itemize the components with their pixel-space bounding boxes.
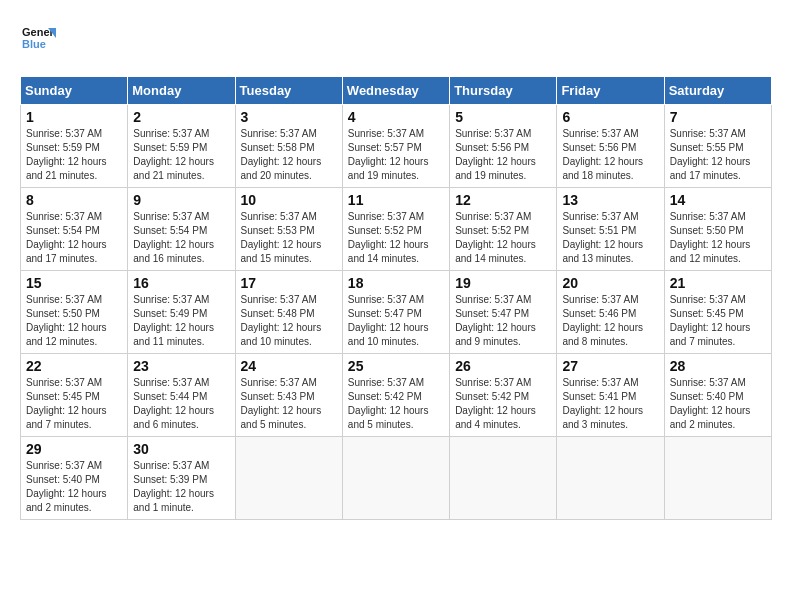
day-info: Sunrise: 5:37 AM Sunset: 5:59 PM Dayligh… <box>26 127 122 183</box>
day-info: Sunrise: 5:37 AM Sunset: 5:57 PM Dayligh… <box>348 127 444 183</box>
day-info: Sunrise: 5:37 AM Sunset: 5:44 PM Dayligh… <box>133 376 229 432</box>
calendar-day: 24Sunrise: 5:37 AM Sunset: 5:43 PM Dayli… <box>235 354 342 437</box>
day-info: Sunrise: 5:37 AM Sunset: 5:47 PM Dayligh… <box>455 293 551 349</box>
day-info: Sunrise: 5:37 AM Sunset: 5:42 PM Dayligh… <box>348 376 444 432</box>
day-number: 5 <box>455 109 551 125</box>
day-number: 2 <box>133 109 229 125</box>
day-info: Sunrise: 5:37 AM Sunset: 5:52 PM Dayligh… <box>348 210 444 266</box>
day-number: 30 <box>133 441 229 457</box>
weekday-header-friday: Friday <box>557 77 664 105</box>
calendar-day: 16Sunrise: 5:37 AM Sunset: 5:49 PM Dayli… <box>128 271 235 354</box>
day-info: Sunrise: 5:37 AM Sunset: 5:40 PM Dayligh… <box>670 376 766 432</box>
day-number: 25 <box>348 358 444 374</box>
calendar-day <box>235 437 342 520</box>
day-number: 10 <box>241 192 337 208</box>
calendar-day: 14Sunrise: 5:37 AM Sunset: 5:50 PM Dayli… <box>664 188 771 271</box>
calendar-day: 19Sunrise: 5:37 AM Sunset: 5:47 PM Dayli… <box>450 271 557 354</box>
calendar-day: 3Sunrise: 5:37 AM Sunset: 5:58 PM Daylig… <box>235 105 342 188</box>
calendar-day: 26Sunrise: 5:37 AM Sunset: 5:42 PM Dayli… <box>450 354 557 437</box>
calendar-week-1: 1Sunrise: 5:37 AM Sunset: 5:59 PM Daylig… <box>21 105 772 188</box>
day-info: Sunrise: 5:37 AM Sunset: 5:56 PM Dayligh… <box>562 127 658 183</box>
day-info: Sunrise: 5:37 AM Sunset: 5:46 PM Dayligh… <box>562 293 658 349</box>
calendar-day: 6Sunrise: 5:37 AM Sunset: 5:56 PM Daylig… <box>557 105 664 188</box>
day-info: Sunrise: 5:37 AM Sunset: 5:52 PM Dayligh… <box>455 210 551 266</box>
calendar-week-3: 15Sunrise: 5:37 AM Sunset: 5:50 PM Dayli… <box>21 271 772 354</box>
day-info: Sunrise: 5:37 AM Sunset: 5:47 PM Dayligh… <box>348 293 444 349</box>
day-number: 29 <box>26 441 122 457</box>
day-info: Sunrise: 5:37 AM Sunset: 5:42 PM Dayligh… <box>455 376 551 432</box>
weekday-header-saturday: Saturday <box>664 77 771 105</box>
svg-text:Blue: Blue <box>22 38 46 50</box>
day-info: Sunrise: 5:37 AM Sunset: 5:50 PM Dayligh… <box>670 210 766 266</box>
weekday-header-thursday: Thursday <box>450 77 557 105</box>
day-number: 26 <box>455 358 551 374</box>
calendar-day: 25Sunrise: 5:37 AM Sunset: 5:42 PM Dayli… <box>342 354 449 437</box>
day-number: 11 <box>348 192 444 208</box>
day-info: Sunrise: 5:37 AM Sunset: 5:58 PM Dayligh… <box>241 127 337 183</box>
weekday-header-sunday: Sunday <box>21 77 128 105</box>
calendar-day: 10Sunrise: 5:37 AM Sunset: 5:53 PM Dayli… <box>235 188 342 271</box>
calendar-week-2: 8Sunrise: 5:37 AM Sunset: 5:54 PM Daylig… <box>21 188 772 271</box>
page-header: General Blue <box>20 20 772 66</box>
day-number: 22 <box>26 358 122 374</box>
day-number: 16 <box>133 275 229 291</box>
weekday-header-row: SundayMondayTuesdayWednesdayThursdayFrid… <box>21 77 772 105</box>
day-info: Sunrise: 5:37 AM Sunset: 5:50 PM Dayligh… <box>26 293 122 349</box>
general-blue-icon: General Blue <box>20 20 56 56</box>
day-info: Sunrise: 5:37 AM Sunset: 5:45 PM Dayligh… <box>670 293 766 349</box>
weekday-header-monday: Monday <box>128 77 235 105</box>
calendar-day: 21Sunrise: 5:37 AM Sunset: 5:45 PM Dayli… <box>664 271 771 354</box>
calendar-day: 4Sunrise: 5:37 AM Sunset: 5:57 PM Daylig… <box>342 105 449 188</box>
calendar-day: 22Sunrise: 5:37 AM Sunset: 5:45 PM Dayli… <box>21 354 128 437</box>
day-number: 27 <box>562 358 658 374</box>
calendar-day: 29Sunrise: 5:37 AM Sunset: 5:40 PM Dayli… <box>21 437 128 520</box>
day-info: Sunrise: 5:37 AM Sunset: 5:39 PM Dayligh… <box>133 459 229 515</box>
day-info: Sunrise: 5:37 AM Sunset: 5:56 PM Dayligh… <box>455 127 551 183</box>
day-number: 23 <box>133 358 229 374</box>
calendar-day: 18Sunrise: 5:37 AM Sunset: 5:47 PM Dayli… <box>342 271 449 354</box>
day-number: 24 <box>241 358 337 374</box>
calendar-day: 30Sunrise: 5:37 AM Sunset: 5:39 PM Dayli… <box>128 437 235 520</box>
day-number: 9 <box>133 192 229 208</box>
day-number: 13 <box>562 192 658 208</box>
weekday-header-tuesday: Tuesday <box>235 77 342 105</box>
day-number: 4 <box>348 109 444 125</box>
day-number: 1 <box>26 109 122 125</box>
calendar-day: 15Sunrise: 5:37 AM Sunset: 5:50 PM Dayli… <box>21 271 128 354</box>
calendar-day: 11Sunrise: 5:37 AM Sunset: 5:52 PM Dayli… <box>342 188 449 271</box>
calendar-day: 9Sunrise: 5:37 AM Sunset: 5:54 PM Daylig… <box>128 188 235 271</box>
day-number: 8 <box>26 192 122 208</box>
day-info: Sunrise: 5:37 AM Sunset: 5:40 PM Dayligh… <box>26 459 122 515</box>
svg-text:General: General <box>22 26 56 38</box>
calendar-week-5: 29Sunrise: 5:37 AM Sunset: 5:40 PM Dayli… <box>21 437 772 520</box>
day-number: 15 <box>26 275 122 291</box>
calendar-day: 20Sunrise: 5:37 AM Sunset: 5:46 PM Dayli… <box>557 271 664 354</box>
calendar-day <box>664 437 771 520</box>
calendar-day: 1Sunrise: 5:37 AM Sunset: 5:59 PM Daylig… <box>21 105 128 188</box>
day-info: Sunrise: 5:37 AM Sunset: 5:49 PM Dayligh… <box>133 293 229 349</box>
calendar-day: 12Sunrise: 5:37 AM Sunset: 5:52 PM Dayli… <box>450 188 557 271</box>
day-number: 17 <box>241 275 337 291</box>
calendar-day: 5Sunrise: 5:37 AM Sunset: 5:56 PM Daylig… <box>450 105 557 188</box>
day-number: 19 <box>455 275 551 291</box>
day-number: 7 <box>670 109 766 125</box>
calendar-day: 13Sunrise: 5:37 AM Sunset: 5:51 PM Dayli… <box>557 188 664 271</box>
calendar-day: 2Sunrise: 5:37 AM Sunset: 5:59 PM Daylig… <box>128 105 235 188</box>
day-number: 20 <box>562 275 658 291</box>
calendar-day <box>342 437 449 520</box>
calendar-week-4: 22Sunrise: 5:37 AM Sunset: 5:45 PM Dayli… <box>21 354 772 437</box>
calendar-table: SundayMondayTuesdayWednesdayThursdayFrid… <box>20 76 772 520</box>
calendar-day: 27Sunrise: 5:37 AM Sunset: 5:41 PM Dayli… <box>557 354 664 437</box>
calendar-day: 17Sunrise: 5:37 AM Sunset: 5:48 PM Dayli… <box>235 271 342 354</box>
day-number: 12 <box>455 192 551 208</box>
day-number: 28 <box>670 358 766 374</box>
day-number: 14 <box>670 192 766 208</box>
day-info: Sunrise: 5:37 AM Sunset: 5:53 PM Dayligh… <box>241 210 337 266</box>
day-info: Sunrise: 5:37 AM Sunset: 5:43 PM Dayligh… <box>241 376 337 432</box>
calendar-day: 7Sunrise: 5:37 AM Sunset: 5:55 PM Daylig… <box>664 105 771 188</box>
calendar-day: 28Sunrise: 5:37 AM Sunset: 5:40 PM Dayli… <box>664 354 771 437</box>
day-number: 21 <box>670 275 766 291</box>
day-info: Sunrise: 5:37 AM Sunset: 5:54 PM Dayligh… <box>26 210 122 266</box>
day-info: Sunrise: 5:37 AM Sunset: 5:55 PM Dayligh… <box>670 127 766 183</box>
day-info: Sunrise: 5:37 AM Sunset: 5:51 PM Dayligh… <box>562 210 658 266</box>
